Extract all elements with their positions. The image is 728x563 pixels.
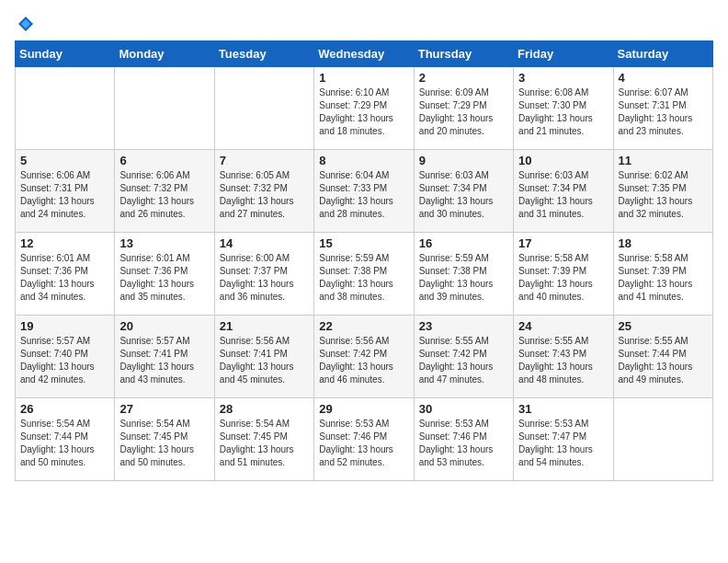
calendar-cell: 23Sunrise: 5:55 AM Sunset: 7:42 PM Dayli… <box>414 316 513 398</box>
day-info: Sunrise: 5:54 AM Sunset: 7:45 PM Dayligh… <box>119 418 209 469</box>
day-info: Sunrise: 6:01 AM Sunset: 7:36 PM Dayligh… <box>119 252 209 304</box>
column-header-thursday: Thursday <box>414 41 513 67</box>
logo-icon <box>17 15 35 33</box>
calendar-week-row: 19Sunrise: 5:57 AM Sunset: 7:40 PM Dayli… <box>16 316 713 398</box>
day-number: 13 <box>119 236 209 250</box>
calendar-cell: 21Sunrise: 5:56 AM Sunset: 7:41 PM Dayli… <box>214 316 313 398</box>
day-number: 11 <box>619 154 708 167</box>
logo <box>15 15 35 33</box>
day-number: 8 <box>319 154 408 167</box>
day-number: 14 <box>220 236 309 250</box>
calendar-cell <box>613 398 712 481</box>
day-number: 18 <box>619 236 708 250</box>
calendar-cell: 10Sunrise: 6:03 AM Sunset: 7:34 PM Dayli… <box>514 150 613 233</box>
day-info: Sunrise: 6:03 AM Sunset: 7:34 PM Dayligh… <box>518 169 608 221</box>
calendar-cell: 17Sunrise: 5:58 AM Sunset: 7:39 PM Dayli… <box>514 233 613 316</box>
day-info: Sunrise: 6:02 AM Sunset: 7:35 PM Dayligh… <box>619 169 708 221</box>
day-number: 7 <box>220 154 309 167</box>
day-number: 5 <box>20 154 109 167</box>
calendar-cell: 13Sunrise: 6:01 AM Sunset: 7:36 PM Dayli… <box>115 233 214 316</box>
day-number: 19 <box>20 319 109 333</box>
calendar-cell: 5Sunrise: 6:06 AM Sunset: 7:31 PM Daylig… <box>16 150 115 233</box>
day-number: 6 <box>119 154 209 167</box>
day-number: 24 <box>518 319 608 333</box>
calendar-table: SundayMondayTuesdayWednesdayThursdayFrid… <box>15 40 713 481</box>
day-number: 9 <box>419 154 508 167</box>
calendar-week-row: 26Sunrise: 5:54 AM Sunset: 7:44 PM Dayli… <box>16 398 713 481</box>
day-info: Sunrise: 6:00 AM Sunset: 7:37 PM Dayligh… <box>220 252 309 304</box>
day-info: Sunrise: 5:53 AM Sunset: 7:46 PM Dayligh… <box>319 418 408 469</box>
calendar-cell: 3Sunrise: 6:08 AM Sunset: 7:30 PM Daylig… <box>514 67 613 150</box>
calendar-cell: 18Sunrise: 5:58 AM Sunset: 7:39 PM Dayli… <box>613 233 712 316</box>
calendar-cell <box>16 67 115 150</box>
day-info: Sunrise: 5:55 AM Sunset: 7:43 PM Dayligh… <box>518 335 608 386</box>
day-info: Sunrise: 6:01 AM Sunset: 7:36 PM Dayligh… <box>20 252 109 304</box>
day-number: 1 <box>319 71 408 85</box>
calendar-cell <box>214 67 313 150</box>
day-info: Sunrise: 6:03 AM Sunset: 7:34 PM Dayligh… <box>419 169 508 221</box>
day-info: Sunrise: 6:06 AM Sunset: 7:32 PM Dayligh… <box>119 169 209 221</box>
page-header <box>15 15 713 33</box>
day-number: 26 <box>20 402 109 416</box>
day-info: Sunrise: 5:59 AM Sunset: 7:38 PM Dayligh… <box>319 252 408 304</box>
calendar-cell: 30Sunrise: 5:53 AM Sunset: 7:46 PM Dayli… <box>414 398 513 481</box>
column-header-sunday: Sunday <box>16 41 115 67</box>
calendar-cell: 7Sunrise: 6:05 AM Sunset: 7:32 PM Daylig… <box>214 150 313 233</box>
calendar-cell: 31Sunrise: 5:53 AM Sunset: 7:47 PM Dayli… <box>514 398 613 481</box>
calendar-cell: 8Sunrise: 6:04 AM Sunset: 7:33 PM Daylig… <box>314 150 414 233</box>
day-number: 31 <box>518 402 608 416</box>
day-info: Sunrise: 5:55 AM Sunset: 7:42 PM Dayligh… <box>419 335 508 386</box>
day-info: Sunrise: 5:55 AM Sunset: 7:44 PM Dayligh… <box>619 335 708 386</box>
day-info: Sunrise: 5:53 AM Sunset: 7:46 PM Dayligh… <box>419 418 508 469</box>
day-number: 22 <box>319 319 408 333</box>
calendar-header-row: SundayMondayTuesdayWednesdayThursdayFrid… <box>16 41 713 67</box>
day-number: 25 <box>619 319 708 333</box>
calendar-cell: 12Sunrise: 6:01 AM Sunset: 7:36 PM Dayli… <box>16 233 115 316</box>
day-info: Sunrise: 5:57 AM Sunset: 7:40 PM Dayligh… <box>20 335 109 386</box>
calendar-cell: 16Sunrise: 5:59 AM Sunset: 7:38 PM Dayli… <box>414 233 513 316</box>
calendar-cell: 14Sunrise: 6:00 AM Sunset: 7:37 PM Dayli… <box>214 233 313 316</box>
day-number: 2 <box>419 71 508 85</box>
day-info: Sunrise: 5:56 AM Sunset: 7:41 PM Dayligh… <box>220 335 309 386</box>
day-info: Sunrise: 5:57 AM Sunset: 7:41 PM Dayligh… <box>119 335 209 386</box>
day-info: Sunrise: 6:05 AM Sunset: 7:32 PM Dayligh… <box>220 169 309 221</box>
calendar-cell: 26Sunrise: 5:54 AM Sunset: 7:44 PM Dayli… <box>16 398 115 481</box>
column-header-wednesday: Wednesday <box>314 41 414 67</box>
day-number: 21 <box>220 319 309 333</box>
day-number: 4 <box>619 71 708 85</box>
calendar-cell: 4Sunrise: 6:07 AM Sunset: 7:31 PM Daylig… <box>613 67 712 150</box>
calendar-week-row: 12Sunrise: 6:01 AM Sunset: 7:36 PM Dayli… <box>16 233 713 316</box>
column-header-friday: Friday <box>514 41 613 67</box>
calendar-week-row: 5Sunrise: 6:06 AM Sunset: 7:31 PM Daylig… <box>16 150 713 233</box>
day-number: 27 <box>119 402 209 416</box>
calendar-cell: 27Sunrise: 5:54 AM Sunset: 7:45 PM Dayli… <box>115 398 214 481</box>
day-number: 17 <box>518 236 608 250</box>
calendar-cell <box>115 67 214 150</box>
day-info: Sunrise: 6:07 AM Sunset: 7:31 PM Dayligh… <box>619 86 708 138</box>
day-info: Sunrise: 6:04 AM Sunset: 7:33 PM Dayligh… <box>319 169 408 221</box>
column-header-tuesday: Tuesday <box>214 41 313 67</box>
calendar-cell: 22Sunrise: 5:56 AM Sunset: 7:42 PM Dayli… <box>314 316 414 398</box>
day-number: 20 <box>119 319 209 333</box>
day-info: Sunrise: 5:59 AM Sunset: 7:38 PM Dayligh… <box>419 252 508 304</box>
day-info: Sunrise: 5:58 AM Sunset: 7:39 PM Dayligh… <box>619 252 708 304</box>
calendar-cell: 20Sunrise: 5:57 AM Sunset: 7:41 PM Dayli… <box>115 316 214 398</box>
calendar-cell: 28Sunrise: 5:54 AM Sunset: 7:45 PM Dayli… <box>214 398 313 481</box>
column-header-monday: Monday <box>115 41 214 67</box>
day-number: 3 <box>518 71 608 85</box>
calendar-week-row: 1Sunrise: 6:10 AM Sunset: 7:29 PM Daylig… <box>16 67 713 150</box>
day-number: 10 <box>518 154 608 167</box>
day-info: Sunrise: 5:53 AM Sunset: 7:47 PM Dayligh… <box>518 418 608 469</box>
calendar-cell: 11Sunrise: 6:02 AM Sunset: 7:35 PM Dayli… <box>613 150 712 233</box>
day-number: 28 <box>220 402 309 416</box>
day-info: Sunrise: 6:09 AM Sunset: 7:29 PM Dayligh… <box>419 86 508 138</box>
day-info: Sunrise: 6:06 AM Sunset: 7:31 PM Dayligh… <box>20 169 109 221</box>
calendar-cell: 24Sunrise: 5:55 AM Sunset: 7:43 PM Dayli… <box>514 316 613 398</box>
calendar-cell: 19Sunrise: 5:57 AM Sunset: 7:40 PM Dayli… <box>16 316 115 398</box>
calendar-cell: 6Sunrise: 6:06 AM Sunset: 7:32 PM Daylig… <box>115 150 214 233</box>
calendar-cell: 15Sunrise: 5:59 AM Sunset: 7:38 PM Dayli… <box>314 233 414 316</box>
day-number: 23 <box>419 319 508 333</box>
calendar-cell: 25Sunrise: 5:55 AM Sunset: 7:44 PM Dayli… <box>613 316 712 398</box>
calendar-cell: 29Sunrise: 5:53 AM Sunset: 7:46 PM Dayli… <box>314 398 414 481</box>
column-header-saturday: Saturday <box>613 41 712 67</box>
